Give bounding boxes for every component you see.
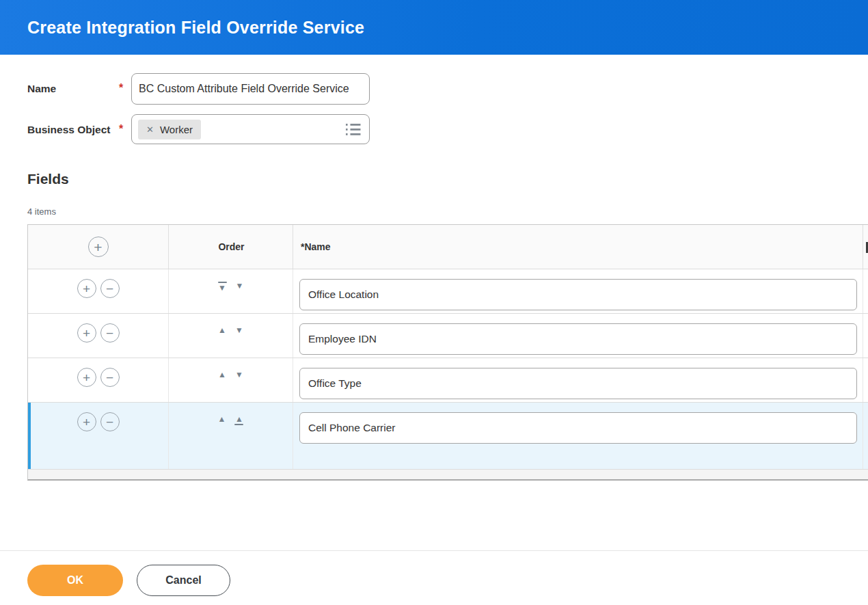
business-object-required-asterisk: *: [119, 123, 123, 135]
name-input[interactable]: [131, 73, 370, 105]
business-object-field[interactable]: ✕ Worker: [131, 114, 370, 144]
selected-item-tag[interactable]: ✕ Worker: [138, 120, 201, 139]
table-row[interactable]: + − ▲ ▼: [28, 314, 868, 358]
add-column-header-cell: +: [28, 225, 169, 269]
table-header-row: + Order *Name: [28, 225, 868, 269]
move-to-top-icon[interactable]: ▲: [234, 415, 243, 425]
name-column-header: *Name: [293, 225, 863, 269]
move-up-icon[interactable]: ▲: [218, 326, 226, 334]
name-required-asterisk: *: [119, 82, 123, 94]
footer-divider: [0, 550, 868, 551]
business-object-label: Business Object: [27, 124, 110, 136]
field-name-input[interactable]: [299, 368, 857, 399]
cancel-button[interactable]: Cancel: [137, 565, 230, 596]
table-row[interactable]: + − ▲ ▼: [28, 358, 868, 403]
move-down-icon[interactable]: ▼: [235, 371, 243, 379]
add-row-button[interactable]: +: [77, 323, 96, 342]
field-name-input[interactable]: [299, 323, 857, 355]
remove-row-button[interactable]: −: [100, 323, 120, 342]
move-to-bottom-icon[interactable]: ▼: [218, 282, 227, 292]
remove-row-button[interactable]: −: [100, 279, 120, 298]
table-footer-strip: [28, 470, 868, 479]
remove-row-button[interactable]: −: [100, 368, 120, 387]
table-row[interactable]: + − ▼ ▼: [28, 269, 868, 314]
create-integration-field-override-service-page: Create Integration Field Override Servic…: [0, 0, 868, 605]
add-row-button[interactable]: +: [77, 412, 96, 431]
move-up-icon[interactable]: ▲: [218, 371, 226, 379]
truncated-column-header: [863, 225, 868, 269]
item-count: 4 items: [27, 206, 56, 217]
field-name-input[interactable]: [299, 412, 857, 444]
page-title: Create Integration Field Override Servic…: [27, 18, 364, 38]
add-row-button[interactable]: +: [77, 279, 96, 298]
remove-row-button[interactable]: −: [100, 412, 120, 431]
move-up-icon[interactable]: ▲: [218, 415, 226, 423]
table-row-selected[interactable]: + − ▲ ▲: [28, 403, 868, 470]
selected-item-label: Worker: [160, 124, 193, 135]
ok-button[interactable]: OK: [27, 565, 123, 596]
field-name-input[interactable]: [299, 279, 857, 310]
remove-tag-icon[interactable]: ✕: [146, 125, 154, 134]
add-row-header-button[interactable]: +: [88, 237, 109, 257]
fields-table: + Order *Name + − ▼: [27, 224, 868, 481]
page-header: Create Integration Field Override Servic…: [0, 0, 868, 55]
fields-section-heading: Fields: [27, 171, 69, 187]
move-down-icon[interactable]: ▼: [235, 326, 243, 334]
add-row-button[interactable]: +: [77, 368, 96, 387]
name-label: Name: [27, 83, 56, 95]
order-column-header: Order: [169, 225, 293, 269]
move-down-icon[interactable]: ▼: [236, 282, 244, 290]
prompt-list-icon[interactable]: [346, 123, 361, 136]
